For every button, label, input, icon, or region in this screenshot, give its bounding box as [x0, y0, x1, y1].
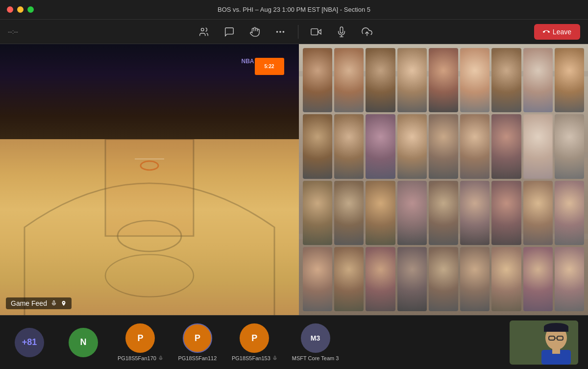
audience-avatar-34: [491, 247, 521, 311]
svg-point-2: [280, 31, 282, 33]
participant-pg18s5fan153[interactable]: P PG18S5Fan153: [232, 323, 277, 361]
pg18s5fan112-label: PG18S5Fan112: [178, 355, 217, 361]
audience-member-20: [334, 181, 364, 245]
audience-avatar-30: [366, 247, 395, 311]
audience-member-27: [555, 181, 584, 245]
participant-overflow[interactable]: +81: [10, 328, 49, 357]
audience-member-22: [397, 181, 427, 245]
audience-avatar-19: [303, 181, 332, 245]
game-feed-panel: 5:22 NBA PLAYOFFS State Farm: [0, 44, 299, 315]
court-markings: [0, 139, 299, 315]
svg-point-1: [276, 31, 278, 33]
close-button[interactable]: [7, 6, 13, 13]
audience-member-30: [366, 247, 395, 311]
participant-video-user[interactable]: [510, 320, 578, 365]
audience-avatar-36: [555, 247, 584, 311]
audience-member-21: [366, 181, 395, 245]
participant-n-user[interactable]: N: [64, 328, 103, 357]
minimize-button[interactable]: [17, 6, 24, 13]
audience-member-6: [460, 48, 490, 112]
pg18s5fan153-avatar: P: [240, 323, 269, 353]
window-controls: [7, 6, 34, 13]
svg-point-3: [283, 31, 285, 33]
participant-pg18s5fan170[interactable]: P PG18S5Fan170: [118, 323, 163, 361]
pg18s5fan170-name: PG18S5Fan170: [118, 355, 156, 361]
video-feed-svg: [510, 320, 578, 365]
audience-member-35: [523, 247, 553, 311]
audience-member-1: [303, 48, 332, 112]
svg-rect-5: [311, 28, 318, 35]
hand-icon[interactable]: [247, 24, 263, 40]
leave-button[interactable]: Leave: [534, 24, 580, 40]
main-content: 5:22 NBA PLAYOFFS State Farm: [0, 44, 588, 315]
audience-avatar-31: [397, 247, 427, 311]
audience-avatar-35: [523, 247, 553, 311]
audience-member-9: [555, 48, 584, 112]
audience-member-19: [303, 181, 332, 245]
audience-avatar-8: [523, 48, 553, 112]
audience-member-14: [429, 114, 458, 178]
pg18s5fan170-avatar: P: [125, 323, 155, 353]
video-icon[interactable]: [308, 24, 324, 40]
audience-member-11: [334, 114, 364, 178]
audience-avatar-20: [334, 181, 364, 245]
overflow-count-label: +81: [22, 337, 37, 347]
audience-avatar-9: [555, 48, 584, 112]
mic-small-icon: [51, 300, 57, 306]
nba-logo: NBA: [242, 58, 254, 65]
pin-icon: [61, 300, 67, 306]
audience-member-31: [397, 247, 427, 311]
mic-icon[interactable]: [334, 24, 349, 40]
audience-avatar-32: [429, 247, 458, 311]
audience-avatar-24: [460, 181, 490, 245]
audience-avatar-12: [366, 114, 395, 178]
audience-member-26: [523, 181, 553, 245]
toolbar-right: Leave: [534, 24, 580, 40]
audience-member-25: [491, 181, 521, 245]
audience-member-7: [491, 48, 521, 112]
audience-member-5: [429, 48, 458, 112]
msft-core-3-name: MSFT Core Team 3: [292, 355, 339, 361]
court-background: 5:22 NBA PLAYOFFS State Farm: [0, 44, 299, 315]
chat-icon[interactable]: [221, 24, 237, 40]
audience-member-32: [429, 247, 458, 311]
audience-member-34: [491, 247, 521, 311]
share-screen-icon[interactable]: [359, 24, 375, 40]
participant-msft-core-3[interactable]: M3 MSFT Core Team 3: [292, 323, 339, 361]
audience-avatar-1: [303, 48, 332, 112]
audience-avatar-6: [460, 48, 490, 112]
title-bar: BOS vs. PHI – Aug 23 1:00 PM EST [NBA] -…: [0, 0, 588, 20]
window-title: BOS vs. PHI – Aug 23 1:00 PM EST [NBA] -…: [218, 6, 370, 13]
msft-core-3-avatar: M3: [301, 323, 330, 353]
audience-avatar-15: [460, 114, 490, 178]
timer-display: --:--: [8, 28, 37, 35]
audience-member-28: [303, 247, 332, 311]
audience-avatar-29: [334, 247, 364, 311]
game-feed-text: Game Feed: [11, 299, 47, 307]
audience-avatar-28: [303, 247, 332, 311]
participant-pg18s5fan112[interactable]: P PG18S5Fan112: [178, 323, 217, 361]
leave-label: Leave: [553, 28, 571, 36]
audience-avatar-11: [334, 114, 364, 178]
toolbar-center: [37, 24, 534, 40]
participant-video-thumbnail: [510, 320, 578, 365]
more-icon[interactable]: [272, 24, 288, 40]
audience-avatar-26: [523, 181, 553, 245]
pg18s5fan153-name: PG18S5Fan153: [232, 355, 270, 361]
audience-member-33: [460, 247, 490, 311]
audience-member-4: [397, 48, 427, 112]
maximize-button[interactable]: [27, 6, 34, 13]
toolbar: --:--: [0, 20, 588, 44]
scoreboard: 5:22: [255, 58, 284, 75]
audience-avatar-22: [397, 181, 427, 245]
audience-avatar-16: [491, 114, 521, 178]
people-icon[interactable]: [196, 24, 212, 40]
audience-avatar-33: [460, 247, 490, 311]
pg18s5fan112-avatar: P: [183, 323, 212, 353]
svg-marker-4: [318, 29, 321, 34]
court-floor: [0, 139, 299, 315]
participant-video-content: [510, 320, 578, 365]
audience-avatar-27: [555, 181, 584, 245]
svg-point-0: [201, 28, 204, 31]
audience-member-16: [491, 114, 521, 178]
